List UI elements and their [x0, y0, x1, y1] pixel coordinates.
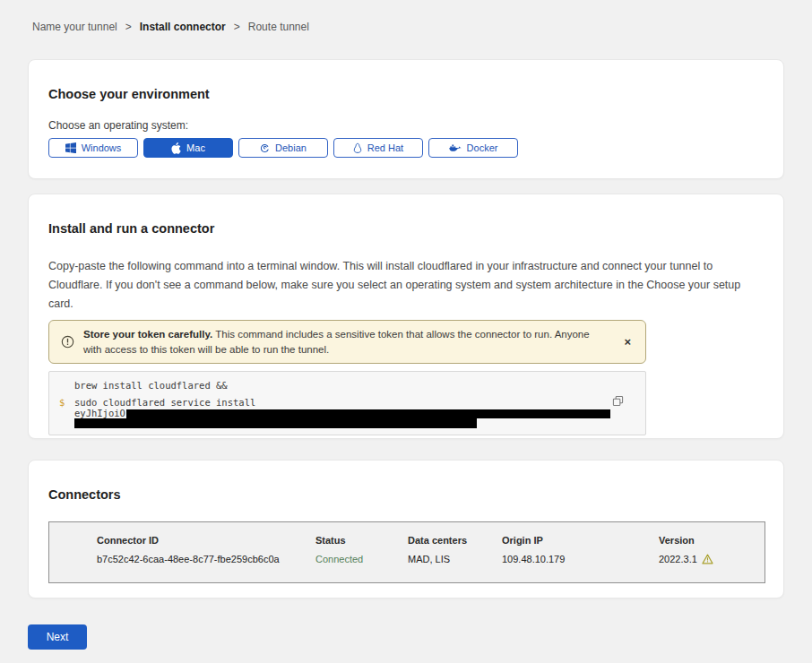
os-button-label: Debian [275, 142, 307, 153]
os-button-group: Windows Mac Debian Red Hat Docker [48, 138, 764, 158]
install-card-title: Install and run a connector [48, 221, 764, 236]
breadcrumb-install-connector[interactable]: Install connector [140, 21, 226, 33]
version-warning-icon [702, 554, 713, 564]
environment-card-title: Choose your environment [48, 87, 764, 101]
warning-title: Store your token carefully. [83, 329, 212, 340]
os-button-label: Red Hat [367, 142, 403, 153]
table-header-row: Connector ID Status Data centers Origin … [97, 535, 764, 546]
next-button[interactable]: Next [28, 624, 87, 650]
install-connector-card: Install and run a connector Copy-paste t… [28, 194, 784, 439]
apple-icon [171, 142, 181, 154]
cell-version: 2022.3.1 [659, 554, 764, 564]
breadcrumb-name-your-tunnel[interactable]: Name your tunnel [32, 21, 117, 33]
breadcrumb-separator: > [125, 21, 132, 33]
cell-data-centers: MAD, LIS [408, 554, 502, 564]
header-connector-id: Connector ID [97, 535, 315, 546]
os-button-docker[interactable]: Docker [428, 138, 518, 158]
connectors-table: Connector ID Status Data centers Origin … [48, 521, 765, 583]
redacted-token-bar [74, 418, 477, 428]
warning-text: Store your token carefully. This command… [83, 327, 601, 357]
table-row: b7c52c42-6caa-48ee-8c77-fbe259cb6c0a Con… [97, 554, 764, 564]
connectors-card: Connectors Connector ID Status Data cent… [28, 460, 784, 598]
os-button-redhat[interactable]: Red Hat [333, 138, 423, 158]
install-description: Copy-paste the following command into a … [48, 257, 760, 314]
os-button-windows[interactable]: Windows [48, 138, 138, 158]
header-origin-ip: Origin IP [502, 535, 659, 546]
code-line-brew: brew install cloudflared && [74, 381, 228, 391]
breadcrumb-separator: > [234, 21, 240, 33]
os-select-label: Choose an operating system: [48, 119, 764, 132]
close-icon[interactable]: × [620, 335, 635, 349]
shell-prompt: $ [59, 398, 65, 408]
os-button-debian[interactable]: Debian [238, 138, 328, 158]
cell-status: Connected [315, 554, 408, 564]
code-line-token: eyJhIjoiO [74, 409, 610, 418]
debian-icon [260, 143, 270, 153]
install-command-codeblock[interactable]: $ brew install cloudflared && sudo cloud… [48, 371, 646, 435]
header-data-centers: Data centers [408, 535, 502, 546]
connectors-card-title: Connectors [48, 487, 764, 502]
breadcrumb: Name your tunnel > Install connector > R… [32, 21, 309, 33]
token-warning-banner: Store your token carefully. This command… [48, 320, 646, 364]
docker-icon [449, 143, 462, 153]
code-line-sudo: sudo cloudflared service install [74, 398, 255, 408]
copy-icon[interactable] [612, 395, 624, 407]
os-button-label: Mac [186, 142, 205, 153]
token-prefix: eyJhIjoiO [74, 408, 125, 418]
os-button-label: Docker [467, 142, 498, 153]
redhat-icon [353, 142, 362, 154]
os-button-label: Windows [82, 142, 122, 153]
os-button-mac[interactable]: Mac [143, 138, 233, 158]
cell-connector-id: b7c52c42-6caa-48ee-8c77-fbe259cb6c0a [97, 554, 315, 564]
header-status: Status [315, 535, 408, 546]
header-version: Version [659, 535, 764, 546]
info-icon [61, 335, 74, 349]
choose-environment-card: Choose your environment Choose an operat… [28, 59, 784, 179]
version-value: 2022.3.1 [659, 554, 697, 564]
redacted-token-bar [126, 409, 610, 418]
cell-origin-ip: 109.48.10.179 [502, 554, 659, 564]
windows-icon [65, 142, 76, 153]
breadcrumb-route-tunnel[interactable]: Route tunnel [248, 21, 309, 33]
